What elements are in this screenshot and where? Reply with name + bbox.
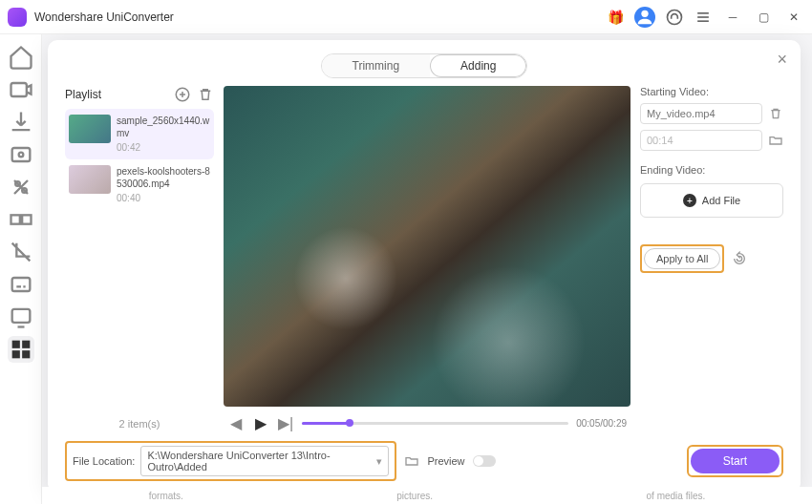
playlist-item[interactable]: sample_2560x1440.wmv 00:42 [65, 109, 214, 159]
playlist-pane: Playlist sample_2560x1440.wmv 00:42 [65, 86, 214, 433]
play-button[interactable]: ▶ [252, 414, 269, 431]
maximize-button[interactable]: ▢ [753, 7, 774, 28]
nav-crop[interactable] [8, 239, 34, 265]
add-item-icon[interactable] [174, 86, 191, 103]
close-button[interactable]: ✕ [783, 7, 804, 28]
file-location-highlight: File Location: K:\Wondershare UniConvert… [65, 441, 396, 481]
start-button[interactable]: Start [691, 449, 780, 473]
nav-download[interactable] [8, 109, 34, 136]
playlist-item-name: sample_2560x1440.wmv [117, 115, 210, 139]
browse-folder-icon[interactable] [404, 453, 419, 469]
start-button-highlight: Start [687, 445, 783, 477]
apply-to-all-highlight: Apply to All [640, 244, 724, 273]
menu-icon[interactable] [694, 8, 713, 27]
remove-start-icon[interactable] [768, 106, 783, 121]
ending-video-label: Ending Video: [640, 164, 783, 176]
svg-rect-15 [11, 309, 30, 323]
playlist-item-duration: 00:40 [117, 192, 210, 204]
video-preview[interactable] [224, 86, 630, 407]
add-file-label: Add File [702, 195, 740, 206]
app-title: Wondershare UniConverter [34, 10, 174, 24]
starting-video-duration: 00:14 [640, 130, 762, 151]
nav-home[interactable] [8, 44, 34, 71]
titlebar: Wondershare UniConverter 🎁 ─ ▢ ✕ [0, 0, 812, 34]
playlist-count: 2 item(s) [65, 418, 214, 433]
mode-tabs: Trimming Adding [65, 53, 783, 78]
svg-rect-6 [11, 148, 30, 161]
svg-rect-12 [11, 278, 30, 291]
preview-label: Preview [427, 455, 464, 467]
browse-start-icon[interactable] [768, 133, 783, 148]
support-icon[interactable] [665, 8, 684, 27]
playlist-thumbnail [69, 115, 111, 143]
tab-adding[interactable]: Adding [430, 54, 526, 77]
preview-pane: ◀ ▶ ▶| 00:05/00:29 [224, 86, 630, 433]
starting-video-label: Starting Video: [640, 86, 783, 97]
apply-to-all-button[interactable]: Apply to All [644, 248, 720, 269]
progress-bar[interactable] [302, 422, 568, 425]
close-panel-button[interactable]: × [777, 50, 787, 70]
chevron-down-icon: ▾ [376, 455, 382, 468]
svg-rect-5 [11, 83, 26, 96]
playlist-thumbnail [69, 165, 111, 194]
svg-point-0 [641, 10, 648, 16]
svg-point-7 [18, 153, 23, 158]
prev-button[interactable]: ◀ [227, 414, 245, 431]
footer-bar: File Location: K:\Wondershare UniConvert… [65, 441, 783, 481]
svg-rect-19 [22, 350, 30, 358]
plus-icon: + [683, 194, 696, 207]
svg-rect-10 [11, 215, 19, 223]
preview-toggle[interactable] [473, 455, 496, 467]
editor-panel: × Trimming Adding Playlist [48, 40, 801, 493]
delete-item-icon[interactable] [197, 86, 214, 103]
svg-rect-11 [22, 215, 31, 223]
minimize-button[interactable]: ─ [722, 7, 743, 28]
nav-edit[interactable] [8, 174, 34, 200]
svg-rect-16 [11, 341, 19, 348]
file-location-label: File Location: [73, 455, 135, 467]
nav-toolbox[interactable] [8, 336, 34, 363]
user-avatar[interactable] [634, 7, 655, 28]
file-location-path: K:\Wondershare UniConverter 13\Intro-Out… [147, 450, 376, 472]
tab-trimming[interactable]: Trimming [322, 54, 431, 77]
next-button[interactable]: ▶| [277, 414, 294, 431]
reset-icon[interactable] [732, 251, 747, 266]
playback-controls: ◀ ▶ ▶| 00:05/00:29 [224, 412, 630, 433]
gift-icon[interactable]: 🎁 [606, 8, 625, 27]
settings-pane: Starting Video: My_video.mp4 00:14 Endin… [640, 86, 783, 433]
playlist-label: Playlist [65, 88, 101, 101]
background-strip: formats. pictures. of media files. [42, 487, 812, 504]
nav-video[interactable] [8, 76, 34, 103]
file-location-input[interactable]: K:\Wondershare UniConverter 13\Intro-Out… [140, 446, 389, 476]
nav-merge[interactable] [8, 206, 34, 233]
sidebar [0, 34, 42, 504]
playlist-item-name: pexels-koolshooters-8530006.mp4 [117, 165, 210, 190]
add-ending-file-button[interactable]: + Add File [640, 183, 783, 218]
nav-subtitle[interactable] [8, 271, 34, 298]
starting-video-field[interactable]: My_video.mp4 [640, 103, 762, 124]
playlist-item[interactable]: pexels-koolshooters-8530006.mp4 00:40 [65, 159, 214, 210]
nav-compress[interactable] [8, 141, 34, 168]
time-display: 00:05/00:29 [576, 418, 627, 429]
svg-point-1 [668, 10, 682, 24]
app-logo [8, 8, 27, 27]
svg-rect-18 [11, 350, 19, 358]
svg-rect-17 [22, 341, 30, 348]
playlist-item-duration: 00:42 [117, 141, 210, 154]
nav-record[interactable] [8, 304, 34, 330]
